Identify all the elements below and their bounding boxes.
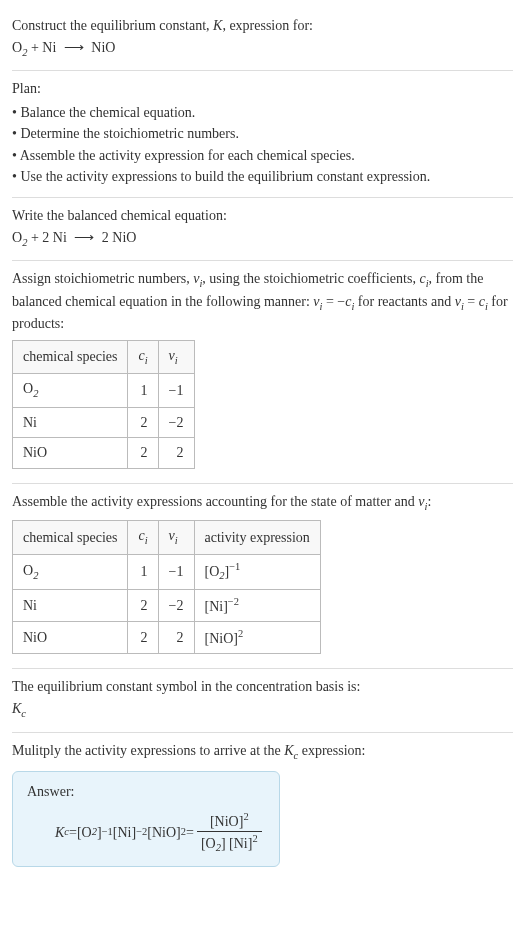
d-exp: 2 <box>252 833 257 844</box>
i: i <box>145 354 148 365</box>
term-exp: −1 <box>102 825 113 840</box>
K: K <box>12 701 21 716</box>
ae: [NiO] <box>205 631 238 646</box>
table-row: NiO 2 2 <box>13 438 195 469</box>
K: K <box>284 743 293 758</box>
balanced-intro: Write the balanced chemical equation: <box>12 206 513 226</box>
cell-c: 2 <box>128 622 158 654</box>
sp: O <box>23 381 33 396</box>
equals: = <box>186 823 194 843</box>
plan-section: Plan: • Balance the chemical equation. •… <box>12 71 513 198</box>
table-row: Ni 2 −2 <box>13 407 195 438</box>
col-ci: ci <box>128 340 158 373</box>
table-row: NiO 2 2 [NiO]2 <box>13 622 321 654</box>
txt: Assign stoichiometric numbers, <box>12 271 193 286</box>
cell-species: Ni <box>13 407 128 438</box>
unbalanced-equation: O2 + Ni ⟶ NiO <box>12 38 513 60</box>
balanced-section: Write the balanced chemical equation: O2… <box>12 198 513 261</box>
plan-list: • Balance the chemical equation. • Deter… <box>12 103 513 187</box>
plan-item: • Determine the stoichiometric numbers. <box>12 124 513 144</box>
n-exp: 2 <box>243 811 248 822</box>
ae-exp: 2 <box>238 628 243 639</box>
cell-nu: −1 <box>158 374 194 407</box>
cell-c: 2 <box>128 407 158 438</box>
txt: Assemble the activity expressions accoun… <box>12 494 418 509</box>
prompt-post: , expression for: <box>222 18 313 33</box>
cell-species: NiO <box>13 622 128 654</box>
activity-table: chemical species ci νi activity expressi… <box>12 520 321 654</box>
activity-intro: Assemble the activity expressions accoun… <box>12 492 513 514</box>
prompt-line: Construct the equilibrium constant, K, e… <box>12 16 513 36</box>
sp-sub: 2 <box>33 388 38 399</box>
eq-plus: + Ni <box>27 40 59 55</box>
plan-item: • Assemble the activity expression for e… <box>12 146 513 166</box>
ae: [O <box>205 563 220 578</box>
cell-nu: −2 <box>158 589 194 621</box>
txt: : <box>427 494 431 509</box>
header-section: Construct the equilibrium constant, K, e… <box>12 8 513 71</box>
fraction-numerator: [NiO]2 <box>197 810 262 832</box>
table-header-row: chemical species ci νi activity expressi… <box>13 521 321 554</box>
bal-o: O <box>12 230 22 245</box>
final-section: Mulitply the activity expressions to arr… <box>12 733 513 883</box>
table-row: O2 1 −1 [O2]−1 <box>13 554 321 589</box>
txt: expression: <box>298 743 365 758</box>
symbol-section: The equilibrium constant symbol in the c… <box>12 669 513 732</box>
cell-species: Ni <box>13 589 128 621</box>
cell-nu: 2 <box>158 438 194 469</box>
txt: Mulitply the activity expressions to arr… <box>12 743 284 758</box>
kc-symbol: Kc <box>12 699 513 721</box>
activity-section: Assemble the activity expressions accoun… <box>12 484 513 670</box>
fraction-denominator: [O2] [Ni]2 <box>197 832 262 856</box>
ae-exp: −1 <box>229 561 240 572</box>
cell-nu: 2 <box>158 622 194 654</box>
table-header-row: chemical species ci νi <box>13 340 195 373</box>
equals: = <box>69 823 77 843</box>
bal-rhs: 2 NiO <box>98 230 136 245</box>
cell-c: 1 <box>128 554 158 589</box>
i: i <box>175 535 178 546</box>
term: [O <box>77 823 92 843</box>
term: [Ni] <box>113 823 136 843</box>
cell-species: O2 <box>13 374 128 407</box>
final-intro: Mulitply the activity expressions to arr… <box>12 741 513 763</box>
cell-c: 2 <box>128 438 158 469</box>
sp: O <box>23 563 33 578</box>
arrow-icon: ⟶ <box>74 228 94 248</box>
kc-expression: Kc = [O2]−1 [Ni]−2 [NiO]2 = [NiO]2 [O2] … <box>27 810 265 856</box>
bal-mid: + 2 Ni <box>27 230 70 245</box>
stoich-table: chemical species ci νi O2 1 −1 Ni 2 −2 N… <box>12 340 195 469</box>
cell-c: 2 <box>128 589 158 621</box>
fraction: [NiO]2 [O2] [Ni]2 <box>197 810 262 856</box>
col-ci: ci <box>128 521 158 554</box>
cell-activity: [NiO]2 <box>194 622 320 654</box>
d: [O <box>201 836 216 851</box>
sp-sub: 2 <box>33 569 38 580</box>
balanced-equation: O2 + 2 Ni ⟶ 2 NiO <box>12 228 513 250</box>
col-activity: activity expression <box>194 521 320 554</box>
txt: for reactants and <box>354 294 454 309</box>
K: K <box>55 823 64 843</box>
answer-box: Answer: Kc = [O2]−1 [Ni]−2 [NiO]2 = [NiO… <box>12 771 280 867</box>
cell-activity: [O2]−1 <box>194 554 320 589</box>
cell-species: O2 <box>13 554 128 589</box>
cell-c: 1 <box>128 374 158 407</box>
col-species: chemical species <box>13 521 128 554</box>
table-row: O2 1 −1 <box>13 374 195 407</box>
rel: = <box>464 294 479 309</box>
cell-activity: [Ni]−2 <box>194 589 320 621</box>
K-sub: c <box>21 708 26 719</box>
answer-label: Answer: <box>27 782 265 802</box>
stoich-section: Assign stoichiometric numbers, νi, using… <box>12 261 513 484</box>
plan-title: Plan: <box>12 79 513 99</box>
stoich-intro: Assign stoichiometric numbers, νi, using… <box>12 269 513 334</box>
prompt-pre: Construct the equilibrium constant, <box>12 18 213 33</box>
rel: = − <box>322 294 345 309</box>
ae: [Ni] <box>205 599 228 614</box>
col-species: chemical species <box>13 340 128 373</box>
arrow-icon: ⟶ <box>64 38 84 58</box>
txt: , using the stoichiometric coefficients, <box>202 271 419 286</box>
plan-item: • Use the activity expressions to build … <box>12 167 513 187</box>
prompt-K: K <box>213 18 222 33</box>
i: i <box>175 354 178 365</box>
